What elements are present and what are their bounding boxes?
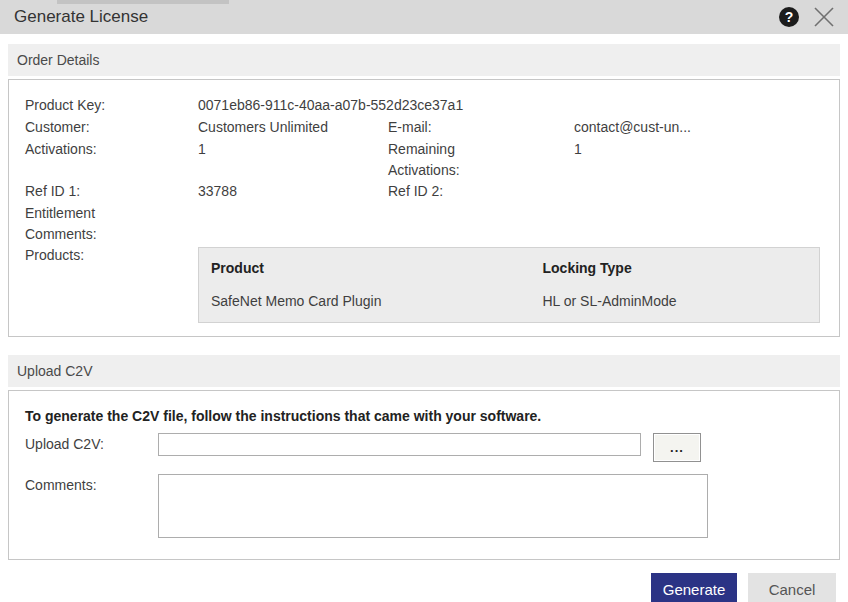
close-icon[interactable] [812, 5, 836, 29]
products-table: Product Locking Type SafeNet Memo Card P… [198, 247, 820, 323]
order-details-grid: Product Key: 0071eb86-911c-40aa-a07b-552… [25, 95, 839, 323]
table-row: SafeNet Memo Card Plugin HL or SL-AdminM… [199, 285, 820, 323]
dialog-titlebar: Generate License ? [0, 0, 848, 34]
c2v-instruction-text: To generate the C2V file, follow the ins… [25, 408, 839, 424]
help-icon[interactable]: ? [779, 7, 799, 27]
email-label: E-mail: [388, 117, 574, 139]
upload-c2v-panel: To generate the C2V file, follow the ins… [8, 390, 840, 560]
generate-button[interactable]: Generate [651, 573, 737, 602]
remaining-activations-value: 1 [574, 139, 839, 161]
product-key-label: Product Key: [25, 95, 198, 117]
background-artifact [57, 0, 229, 4]
dialog-footer: Generate Cancel [8, 573, 840, 602]
upload-c2v-label: Upload C2V: [25, 433, 158, 452]
comments-label: Comments: [25, 474, 158, 493]
ref-id-1-value: 33788 [198, 181, 388, 203]
customer-label: Customer: [25, 117, 198, 139]
comments-row: Comments: [25, 474, 839, 538]
upload-c2v-row: Upload C2V: ... [25, 433, 839, 462]
products-label: Products: [25, 245, 198, 267]
ref-id-1-label: Ref ID 1: [25, 181, 198, 203]
ref-id-2-label: Ref ID 2: [388, 181, 574, 203]
order-details-panel: Product Key: 0071eb86-911c-40aa-a07b-552… [8, 79, 840, 337]
ref-id-2-value [574, 181, 839, 203]
upload-c2v-input[interactable] [158, 433, 641, 456]
titlebar-icons: ? [779, 5, 836, 29]
remaining-activations-label: Remaining Activations: [388, 139, 498, 181]
customer-value: Customers Unlimited [198, 117, 388, 139]
order-details-section-header: Order Details [8, 44, 840, 76]
email-value: contact@cust-un... [574, 117, 839, 139]
products-table-header-row: Product Locking Type [199, 248, 820, 286]
locking-type-cell: HL or SL-AdminMode [531, 285, 820, 323]
dialog-title: Generate License [14, 7, 148, 27]
activations-label: Activations: [25, 139, 198, 161]
comments-textarea[interactable] [158, 474, 708, 538]
product-key-value: 0071eb86-911c-40aa-a07b-552d23ce37a1 [198, 95, 839, 117]
products-table-wrap: Product Locking Type SafeNet Memo Card P… [198, 245, 839, 323]
browse-button[interactable]: ... [653, 433, 701, 462]
upload-c2v-section-header: Upload C2V [8, 355, 840, 387]
products-column-locking-type: Locking Type [531, 248, 820, 286]
entitlement-comments-value [198, 203, 839, 225]
entitlement-comments-label: Entitlement Comments: [25, 203, 130, 245]
cancel-button[interactable]: Cancel [748, 573, 836, 602]
product-name-cell: SafeNet Memo Card Plugin [199, 285, 531, 323]
products-column-product: Product [199, 248, 531, 286]
dialog-body: Order Details Product Key: 0071eb86-911c… [0, 44, 848, 602]
activations-value: 1 [198, 139, 388, 161]
